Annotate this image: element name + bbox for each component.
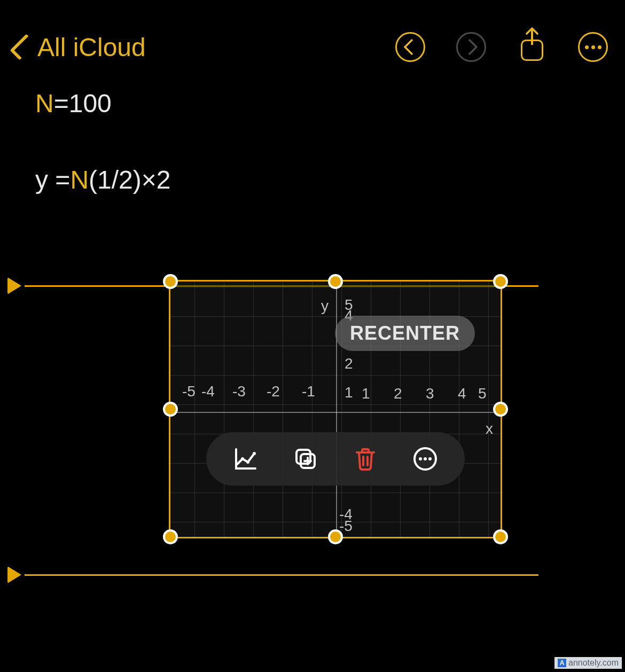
resize-handle[interactable]	[328, 529, 343, 544]
more-icon	[578, 32, 608, 62]
duplicate-button[interactable]	[292, 445, 319, 473]
back-button[interactable]: All iCloud	[11, 33, 146, 62]
more-button[interactable]	[578, 32, 608, 62]
line-chart-icon	[233, 446, 259, 472]
tick-label: 1	[345, 384, 353, 401]
math-line-2[interactable]: y = N (1/2)×2	[35, 165, 604, 194]
math-text: (1/2)×2	[89, 165, 170, 194]
note-body[interactable]: N =100 y = N (1/2)×2	[35, 85, 604, 194]
more-icon	[412, 446, 438, 472]
trash-icon	[353, 446, 378, 472]
tick-label: -4	[201, 383, 215, 400]
variable-N: N	[70, 165, 89, 194]
math-text: y =	[35, 165, 70, 194]
selection-rule	[25, 574, 538, 576]
chevron-left-icon	[10, 34, 36, 60]
toolbar-more-button[interactable]	[411, 445, 439, 473]
redo-button	[456, 32, 486, 62]
watermark-text: annotely.com	[568, 658, 619, 668]
tick-label: 5	[478, 385, 487, 402]
delete-button[interactable]	[351, 445, 379, 473]
tick-label: 3	[426, 385, 434, 402]
navbar: All iCloud	[0, 26, 625, 68]
svg-point-8	[428, 457, 432, 460]
svg-point-6	[419, 457, 422, 460]
resize-handle[interactable]	[163, 529, 178, 544]
back-label: All iCloud	[37, 33, 146, 62]
graph-object[interactable]: y x 5 4 2 1 -4 -5 -5 -4 -3 -2 -1 1 2 3 4…	[169, 280, 502, 538]
tick-label: -1	[302, 383, 315, 400]
caret-handle-icon[interactable]	[7, 277, 21, 294]
undo-icon	[395, 32, 425, 62]
undo-button[interactable]	[395, 32, 425, 62]
share-button[interactable]	[517, 32, 547, 62]
caret-handle-icon[interactable]	[7, 566, 21, 583]
tick-label: -5	[182, 383, 196, 400]
tick-label: 4	[458, 385, 466, 402]
x-axis-label: x	[486, 420, 493, 437]
math-line-1[interactable]: N =100	[35, 89, 604, 118]
svg-point-0	[241, 457, 244, 460]
resize-handle[interactable]	[163, 402, 178, 417]
graph-toolbar	[206, 432, 465, 486]
resize-handle[interactable]	[163, 274, 178, 289]
tick-label: -3	[232, 383, 246, 400]
resize-handle[interactable]	[328, 274, 343, 289]
math-text: =100	[54, 89, 112, 118]
tick-label: -2	[267, 383, 280, 400]
y-axis-label: y	[321, 298, 329, 315]
resize-handle[interactable]	[493, 274, 508, 289]
svg-point-7	[424, 457, 427, 460]
chart-type-button[interactable]	[232, 445, 260, 473]
watermark-logo-icon: A	[558, 659, 566, 667]
svg-point-1	[246, 460, 249, 464]
redo-icon	[456, 32, 486, 62]
recenter-button[interactable]: RECENTER	[335, 316, 475, 351]
tick-label: 2	[345, 355, 353, 372]
share-icon	[521, 33, 543, 61]
resize-handle[interactable]	[493, 402, 508, 417]
tick-label: 1	[362, 385, 370, 402]
tick-label: 2	[394, 385, 402, 402]
svg-point-2	[253, 452, 256, 455]
copy-plus-icon	[293, 446, 318, 472]
variable-N: N	[35, 89, 54, 118]
nav-actions	[395, 32, 614, 62]
x-axis	[170, 412, 501, 413]
watermark: A annotely.com	[554, 657, 622, 669]
y-axis	[336, 282, 337, 537]
resize-handle[interactable]	[493, 529, 508, 544]
